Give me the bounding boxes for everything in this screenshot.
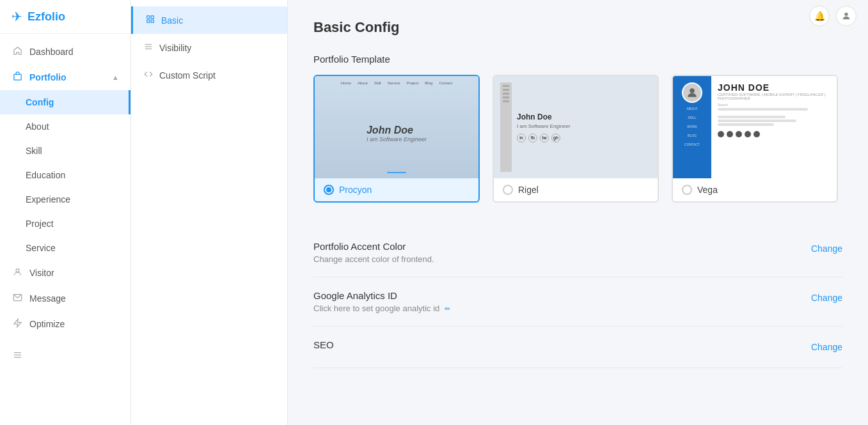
- google-analytics-desc: Click here to set google analytic id ✏: [313, 304, 450, 313]
- svg-rect-10: [147, 20, 150, 22]
- custom-script-icon: [144, 70, 153, 81]
- vega-main: JOHN DOE CERTIFIED SOFTWARE | MOBILE EXP…: [711, 76, 837, 178]
- visibility-label: Visibility: [159, 43, 191, 53]
- vega-menu-blog: BLOG: [688, 132, 697, 139]
- vega-preview: ABOUT SKILL WORK BLOG CONTACT JOHN DOE C…: [673, 76, 837, 178]
- vega-menu-skill: SKILL: [688, 114, 697, 121]
- sidebar-nav: Dashboard Portfolio ▲ Config About Skill…: [0, 34, 130, 374]
- vega-radio[interactable]: [682, 185, 692, 195]
- procyon-preview: Home About Skill Service Project Blog Co…: [315, 76, 478, 178]
- rigel-sidebar: [500, 82, 512, 172]
- vega-menu-about: ABOUT: [686, 105, 697, 112]
- sidebar-item-visitor[interactable]: Visitor: [0, 260, 130, 286]
- sidebar-item-education[interactable]: Education: [0, 163, 130, 187]
- experience-label: Experience: [26, 194, 70, 205]
- sub-nav-basic[interactable]: Basic: [131, 6, 287, 34]
- google-analytics-row: Google Analytics ID Click here to set go…: [313, 277, 842, 327]
- svg-rect-1: [13, 74, 20, 80]
- edit-pencil-icon[interactable]: ✏: [445, 305, 450, 313]
- optimize-label: Optimize: [29, 319, 65, 329]
- sub-nav: Basic Visibility Custom Script: [131, 0, 288, 425]
- sidebar-item-config[interactable]: Config: [0, 90, 130, 114]
- rigel-radio[interactable]: [503, 185, 513, 195]
- sub-nav-custom-script[interactable]: Custom Script: [131, 61, 287, 89]
- seo-change-btn[interactable]: Change: [811, 339, 842, 355]
- seo-info: SEO: [313, 339, 334, 353]
- sidebar-item-message[interactable]: Message: [0, 286, 130, 311]
- google-analytics-change-btn[interactable]: Change: [811, 290, 842, 305]
- message-icon: [12, 293, 23, 304]
- rigel-preview: John Doe I am Software Engineer in fb tw…: [494, 76, 658, 178]
- google-analytics-title: Google Analytics ID: [313, 290, 450, 301]
- rigel-label: Rigel: [518, 185, 539, 195]
- accent-color-title: Portfolio Accent Color: [313, 241, 434, 252]
- config-label: Config: [26, 97, 54, 107]
- vega-label: Vega: [697, 185, 718, 195]
- svg-point-15: [690, 88, 695, 93]
- basic-label: Basic: [161, 15, 183, 26]
- sidebar-item-skill[interactable]: Skill: [0, 139, 130, 163]
- skill-label: Skill: [26, 146, 42, 156]
- sidebar-item-portfolio[interactable]: Portfolio ▲: [0, 65, 130, 90]
- vega-avatar: [682, 82, 702, 103]
- procyon-label: Procyon: [339, 185, 372, 195]
- procyon-name-bar: Procyon: [315, 178, 478, 201]
- template-procyon[interactable]: Home About Skill Service Project Blog Co…: [313, 75, 480, 203]
- notification-icon[interactable]: 🔔: [809, 6, 830, 26]
- home-icon: [12, 46, 23, 58]
- dashboard-label: Dashboard: [29, 47, 74, 57]
- project-label: Project: [26, 219, 54, 229]
- accent-color-desc: Change accent color of frontend.: [313, 254, 434, 264]
- seo-title: SEO: [313, 339, 334, 350]
- about-label: About: [26, 121, 49, 132]
- service-label: Service: [26, 243, 56, 253]
- accent-color-row: Portfolio Accent Color Change accent col…: [313, 228, 842, 277]
- rigel-name-bar: Rigel: [494, 178, 658, 201]
- page-title: Basic Config: [313, 19, 842, 36]
- education-label: Education: [26, 170, 65, 180]
- sub-nav-visibility[interactable]: Visibility: [131, 34, 287, 61]
- message-label: Message: [29, 293, 66, 304]
- app-logo: ✈ Ezfolio: [0, 0, 130, 34]
- user-avatar-icon[interactable]: [836, 6, 856, 26]
- google-analytics-info: Google Analytics ID Click here to set go…: [313, 290, 450, 313]
- procyon-radio[interactable]: [324, 185, 334, 195]
- accent-color-info: Portfolio Accent Color Change accent col…: [313, 241, 434, 264]
- template-vega[interactable]: ABOUT SKILL WORK BLOG CONTACT JOHN DOE C…: [672, 75, 838, 203]
- visitor-icon: [12, 267, 23, 279]
- vega-name-bar: Vega: [673, 178, 837, 201]
- sidebar-item-menu[interactable]: [0, 343, 130, 369]
- optimize-icon: [12, 318, 23, 330]
- vega-sidebar: ABOUT SKILL WORK BLOG CONTACT: [673, 76, 711, 178]
- portfolio-label: Portfolio: [29, 72, 67, 82]
- template-rigel[interactable]: John Doe I am Software Engineer in fb tw…: [493, 75, 659, 203]
- logo-icon: ✈: [12, 9, 22, 24]
- template-section-title: Portfolio Template: [313, 54, 842, 65]
- svg-rect-8: [147, 16, 150, 19]
- svg-rect-11: [151, 20, 154, 22]
- templates-row: Home About Skill Service Project Blog Co…: [313, 75, 842, 203]
- top-bar: 🔔: [798, 0, 868, 32]
- svg-point-0: [844, 13, 848, 16]
- sidebar-item-about[interactable]: About: [0, 114, 130, 139]
- visitor-label: Visitor: [29, 268, 54, 278]
- logo-text: Ezfolio: [28, 10, 65, 24]
- vega-menu-work: WORK: [687, 123, 697, 130]
- svg-rect-9: [151, 16, 154, 19]
- sidebar-item-experience[interactable]: Experience: [0, 187, 130, 212]
- vega-social-icons: [718, 131, 830, 137]
- visibility-icon: [144, 42, 153, 53]
- main-content: Basic Config Portfolio Template Home Abo…: [288, 0, 868, 425]
- sidebar-item-service[interactable]: Service: [0, 236, 130, 260]
- rigel-content: John Doe I am Software Engineer in fb tw…: [517, 112, 651, 143]
- sidebar-item-project[interactable]: Project: [0, 212, 130, 236]
- svg-point-2: [16, 269, 19, 272]
- sidebar-item-optimize[interactable]: Optimize: [0, 311, 130, 337]
- sidebar-item-dashboard[interactable]: Dashboard: [0, 39, 130, 65]
- custom-script-label: Custom Script: [159, 70, 216, 81]
- seo-row: SEO Change: [313, 327, 842, 368]
- vega-menu-contact: CONTACT: [684, 141, 700, 148]
- menu-icon: [12, 350, 23, 362]
- accent-color-change-btn[interactable]: Change: [811, 241, 842, 256]
- basic-icon: [146, 15, 155, 26]
